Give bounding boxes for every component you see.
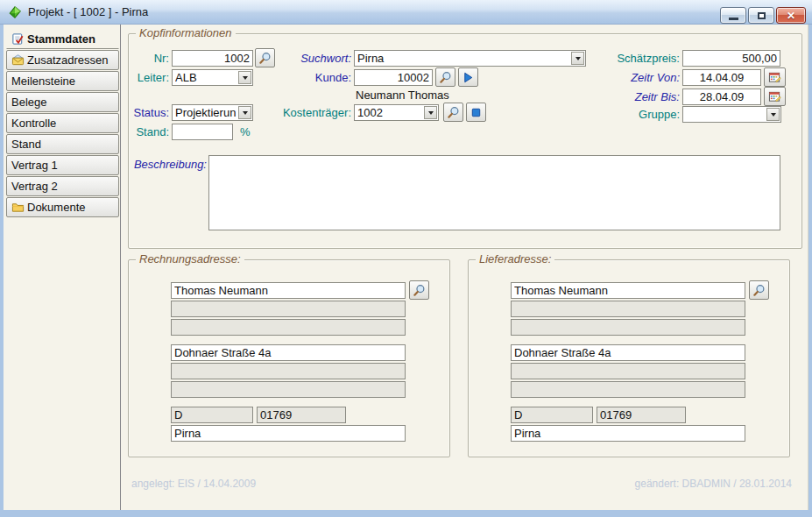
rechnung-name3-input[interactable] <box>171 319 406 336</box>
suchwort-combobox[interactable]: Pirna <box>354 50 586 67</box>
beschreibung-label: Beschreibung: <box>128 158 207 171</box>
maximize-icon <box>758 12 766 19</box>
magnifier-icon <box>752 284 766 297</box>
status-label: Status: <box>130 106 169 119</box>
liefer-zip-input[interactable] <box>597 407 686 423</box>
kostentraeger-stop-button[interactable] <box>466 103 486 122</box>
rechnung-street2-input[interactable] <box>171 363 406 379</box>
close-button[interactable]: ✕ <box>776 7 806 24</box>
zeitr-von-calendar-button[interactable] <box>764 67 786 87</box>
sidebar-item-label: Vertrag 1 <box>11 159 58 172</box>
schaetzpreis-input[interactable] <box>682 50 780 67</box>
kopfinformationen-legend: Kopfinformationen <box>136 26 236 39</box>
client-area: Stammdaten Zusatzadressen Meilensteine B… <box>4 25 808 510</box>
gruppe-label: Gruppe: <box>590 108 680 121</box>
lieferadresse-legend: Lieferadresse: <box>476 252 554 266</box>
stand-input[interactable] <box>172 124 233 140</box>
liefer-street-input[interactable] <box>511 344 745 361</box>
sidebar-item-label: Stammdaten <box>27 32 95 46</box>
sidebar-item-belege[interactable]: Belege <box>6 92 119 112</box>
sidebar-item-stammdaten[interactable]: Stammdaten <box>6 29 119 49</box>
minimize-button[interactable] <box>720 7 746 24</box>
title-bar[interactable]: Projekt - [ 1002 ] - Pirna ✕ <box>0 0 812 25</box>
liefer-name-input[interactable] <box>511 282 745 299</box>
sidebar-item-label: Meilensteine <box>11 74 75 88</box>
kostentraeger-search-button[interactable] <box>443 103 463 122</box>
stop-square-icon <box>470 106 483 119</box>
zeitr-von-input[interactable] <box>682 69 761 86</box>
suchwort-label: Suchwort: <box>270 52 351 65</box>
kunde-label: Kunde: <box>270 71 351 84</box>
maximize-button[interactable] <box>748 7 774 24</box>
sidebar-item-label: Stand <box>11 138 41 151</box>
calendar-icon <box>768 90 781 103</box>
kunde-goto-button[interactable] <box>458 67 478 87</box>
kostentraeger-label: Kostenträger: <box>261 106 351 119</box>
kunde-name-display: Neumann Thomas <box>356 89 478 102</box>
zeitr-bis-calendar-button[interactable] <box>764 87 786 106</box>
chevron-down-icon[interactable] <box>238 71 251 84</box>
liefer-street2-input[interactable] <box>511 363 745 379</box>
minimize-icon <box>729 18 738 20</box>
sidebar-item-label: Zusatzadressen <box>27 53 109 67</box>
sidebar-item-stand[interactable]: Stand <box>6 134 119 154</box>
chevron-down-icon[interactable] <box>424 106 437 119</box>
leiter-combobox[interactable]: ALB <box>172 69 253 86</box>
gruppe-combobox[interactable] <box>682 106 781 123</box>
chevron-down-icon[interactable] <box>766 108 780 121</box>
status-value: Projektierun <box>175 106 237 120</box>
sidebar-item-zusatzadressen[interactable]: Zusatzadressen <box>6 50 119 70</box>
liefer-name2-input[interactable] <box>511 301 745 317</box>
stand-label: Stand: <box>130 125 169 138</box>
sidebar-item-meilensteine[interactable]: Meilensteine <box>6 71 119 91</box>
liefer-address-search-button[interactable] <box>749 280 769 300</box>
leiter-value: ALB <box>175 71 237 85</box>
close-icon: ✕ <box>787 11 795 21</box>
sidebar-item-label: Belege <box>11 96 46 109</box>
rechnungsadresse-group: Rechnungsadresse: <box>128 259 450 457</box>
modified-status-text: geändert: DBADMIN / 28.01.2014 <box>635 478 792 490</box>
rechnung-name-input[interactable] <box>171 282 406 299</box>
sidebar-item-dokumente[interactable]: Dokumente <box>6 197 119 217</box>
rechnung-city-input[interactable] <box>171 425 406 442</box>
magnifier-icon <box>413 284 426 297</box>
nr-input[interactable] <box>172 50 253 67</box>
envelope-icon <box>11 53 25 67</box>
magnifier-icon <box>439 71 452 84</box>
sidebar-item-label: Kontrolle <box>11 117 56 130</box>
calendar-icon <box>768 71 781 84</box>
zeitr-von-label: Zeitr Von: <box>590 71 680 84</box>
rechnung-street3-input[interactable] <box>171 381 406 398</box>
window-title: Projekt - [ 1002 ] - Pirna <box>28 5 148 18</box>
rechnung-name2-input[interactable] <box>171 301 406 317</box>
liefer-city-input[interactable] <box>511 425 745 442</box>
sidebar-item-label: Vertrag 2 <box>11 180 58 193</box>
sidebar-item-label: Dokumente <box>27 201 85 214</box>
schaetzpreis-label: Schätzpreis: <box>590 52 680 65</box>
kunde-input[interactable] <box>354 69 433 86</box>
kunde-search-button[interactable] <box>435 67 455 87</box>
rechnung-country-input[interactable] <box>171 407 253 423</box>
rechnung-address-search-button[interactable] <box>409 280 429 300</box>
chevron-down-icon[interactable] <box>571 52 584 65</box>
liefer-name3-input[interactable] <box>511 319 745 336</box>
beschreibung-textarea[interactable] <box>208 155 780 230</box>
stand-percent-suffix: % <box>240 125 253 138</box>
main-panel: Kopfinformationen Nr: Suchwort: Pirna Sc… <box>120 25 808 510</box>
kostentraeger-value: 1002 <box>357 106 423 120</box>
status-combobox[interactable]: Projektierun <box>172 104 253 121</box>
rechnung-zip-input[interactable] <box>257 407 346 423</box>
play-arrow-icon <box>462 71 475 84</box>
suchwort-value: Pirna <box>357 52 570 66</box>
sidebar-item-vertrag-2[interactable]: Vertrag 2 <box>6 176 119 196</box>
rechnung-street-input[interactable] <box>171 344 406 361</box>
rechnungsadresse-legend: Rechnungsadresse: <box>136 252 244 266</box>
leiter-label: Leiter: <box>130 71 169 84</box>
sidebar-item-vertrag-1[interactable]: Vertrag 1 <box>6 155 119 175</box>
sidebar-item-kontrolle[interactable]: Kontrolle <box>6 113 119 133</box>
liefer-country-input[interactable] <box>511 407 593 423</box>
chevron-down-icon[interactable] <box>238 106 251 119</box>
liefer-street3-input[interactable] <box>511 381 745 398</box>
kostentraeger-combobox[interactable]: 1002 <box>354 104 439 121</box>
zeitr-bis-input[interactable] <box>682 89 761 105</box>
